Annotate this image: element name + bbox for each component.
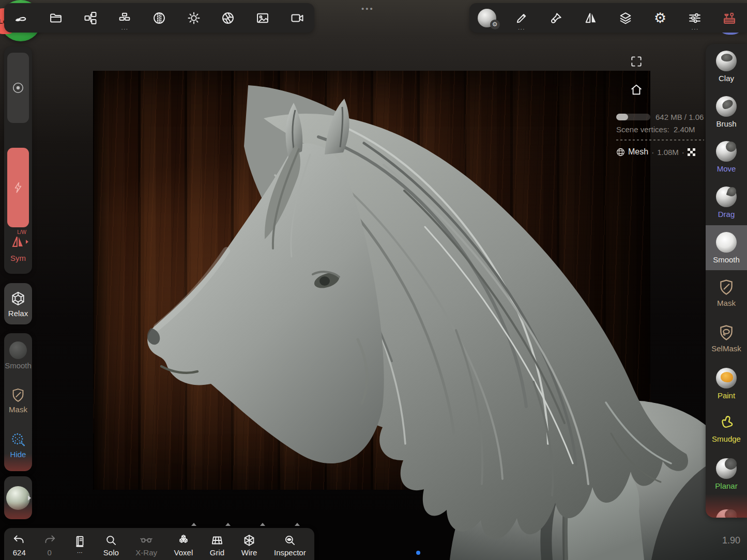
bottom-toolbar: 624 0 ··· Solo X-Ray Voxel G (4, 528, 314, 560)
selmask-label: SelMask (711, 344, 741, 353)
redo-count: 0 (48, 548, 52, 557)
camera-icon[interactable] (284, 5, 311, 32)
scene-graph-icon[interactable] (77, 5, 104, 32)
mesh-stats-row[interactable]: Mesh · 1.08M · (616, 147, 695, 157)
brush-preview-button[interactable]: ⚙ (474, 5, 500, 32)
tool-selmask[interactable]: SelMask (706, 316, 747, 361)
tool-smudge[interactable]: Smudge (706, 407, 747, 452)
layers-icon[interactable] (612, 5, 639, 32)
brush-preview-sphere: ⚙ (478, 9, 496, 27)
paint-sphere-icon (716, 368, 737, 388)
brush-settings-gear-icon: ⚙ (490, 20, 500, 29)
left-tool-hide[interactable]: Hide (4, 423, 32, 468)
toolbox-icon[interactable] (716, 5, 743, 32)
app-logo[interactable] (8, 5, 35, 32)
tool-mask[interactable]: Mask (706, 270, 747, 316)
undo-count: 624 (13, 548, 26, 557)
left-tool-smooth[interactable]: Smooth (4, 333, 32, 378)
more-indicator: ··· (111, 28, 138, 30)
planar-label: Planar (715, 481, 737, 490)
symmetry-toggle[interactable]: L/W Sym (4, 232, 32, 262)
history-button[interactable]: ··· (73, 528, 86, 560)
relax-web-icon (10, 290, 26, 307)
tool-paint[interactable]: Paint (706, 361, 747, 407)
paint-label: Paint (718, 391, 735, 400)
sym-mode-badge: L/W (17, 229, 26, 235)
tool-flatten-partial[interactable] (706, 497, 747, 518)
voxel-cubes-icon (177, 534, 190, 547)
grid-label: Grid (210, 548, 224, 557)
top-left-toolbar: ··· (4, 3, 314, 33)
tool-sidebar: Clay Brush Move Drag Smooth Mask SelMask (706, 44, 747, 518)
xray-button[interactable]: X-Ray (135, 528, 157, 560)
left-tool-relax[interactable]: Relax (4, 283, 32, 324)
undo-button[interactable]: 624 (12, 528, 26, 560)
inspector-button[interactable]: Inspector (274, 528, 306, 560)
wire-button[interactable]: Wire (241, 528, 257, 560)
lighting-icon[interactable] (180, 5, 207, 32)
clay-label: Clay (719, 74, 734, 83)
tool-drag[interactable]: Drag (706, 180, 747, 225)
sym-expand-arrow-icon (26, 240, 28, 244)
redo-button[interactable]: 0 (43, 528, 56, 560)
mask-shield-icon (718, 278, 735, 296)
stroke-pencil-icon[interactable]: ··· (508, 5, 535, 32)
brush-intensity-slider[interactable] (7, 148, 29, 227)
tool-move[interactable]: Move (706, 134, 747, 180)
undo-icon (12, 534, 26, 547)
sym-label: Sym (4, 254, 32, 262)
left-tool-mask[interactable]: Mask (4, 378, 32, 423)
clay-sphere-icon (716, 51, 737, 71)
voxel-label: Voxel (174, 548, 193, 557)
material-icon[interactable] (146, 5, 173, 32)
redo-icon (43, 534, 56, 547)
files-icon[interactable] (42, 5, 69, 32)
scene-vertices-text: Scene vertices: 2.40M (616, 125, 695, 134)
smudge-label: Smudge (712, 434, 741, 443)
xray-glasses-icon (140, 534, 153, 547)
material-expand-arrow-icon (28, 495, 31, 501)
brush-size-slider[interactable] (7, 53, 29, 123)
brush-sphere-icon (716, 96, 737, 117)
solo-label: Solo (103, 548, 119, 557)
interface-sliders-icon[interactable]: ··· (681, 5, 708, 32)
material-preview-panel[interactable] (4, 476, 32, 519)
intensity-bolt-icon (12, 181, 24, 194)
history-more: ··· (77, 549, 83, 555)
inspector-label: Inspector (274, 548, 306, 557)
fullscreen-icon[interactable] (630, 55, 643, 68)
sym-mirror-icon (9, 232, 27, 250)
mask-label: Mask (717, 299, 736, 307)
matcap-sphere[interactable] (6, 486, 30, 510)
multitask-handle[interactable]: ••• (361, 4, 374, 13)
relax-label: Relax (8, 309, 28, 318)
gizmo-tool-icon (10, 471, 26, 471)
layers-stack-icon[interactable]: ··· (111, 5, 138, 32)
inspector-eye-icon (283, 534, 297, 547)
xray-label: X-Ray (135, 548, 157, 557)
tool-brush[interactable]: Brush (706, 89, 747, 135)
mesh-wireframe-icon (616, 148, 625, 157)
settings-gear-icon[interactable]: ⚙ (647, 5, 674, 32)
grid-button[interactable]: Grid (210, 528, 224, 560)
voxel-button[interactable]: Voxel (174, 528, 193, 560)
tool-smooth-selected[interactable]: Smooth (706, 225, 747, 271)
home-view-icon[interactable] (629, 83, 644, 97)
move-label: Move (717, 164, 736, 173)
tool-clay[interactable]: Clay (706, 44, 747, 89)
symmetry-icon[interactable] (577, 5, 604, 32)
painting-brush-icon[interactable] (543, 5, 570, 32)
solo-button[interactable]: Solo (103, 528, 119, 560)
hide-label: Hide (10, 450, 26, 459)
tool-planar[interactable]: Planar (706, 452, 747, 497)
smooth-sphere-icon (9, 341, 27, 359)
selmask-shield-icon (718, 324, 735, 341)
background-image-icon[interactable] (249, 5, 276, 32)
left-tool-panel: Smooth Mask Hide (4, 333, 32, 471)
solo-magnifier-icon (104, 534, 118, 547)
postprocess-icon[interactable] (215, 5, 241, 32)
wire-menu-arrow-icon (260, 523, 265, 526)
left-tool-partial[interactable] (4, 468, 32, 471)
flatten-sphere-icon (716, 509, 737, 518)
smooth-label: Smooth (5, 361, 32, 370)
